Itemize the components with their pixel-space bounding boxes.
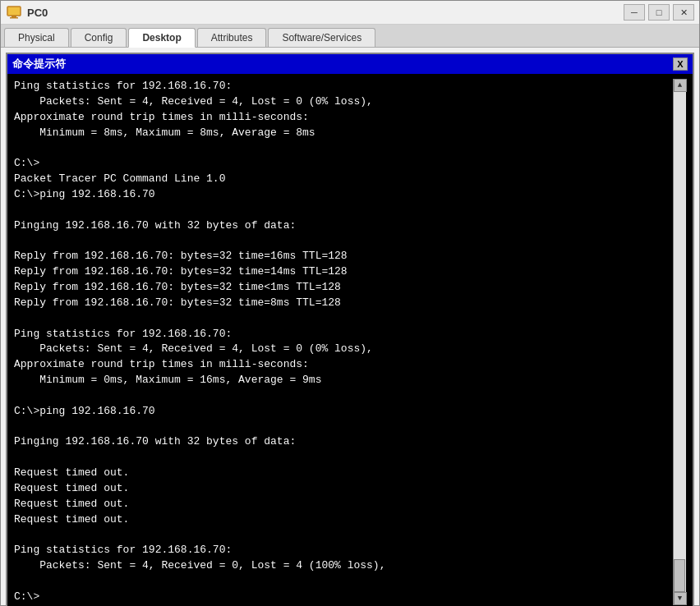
- window-controls: ─ □ ✕: [624, 4, 694, 21]
- scroll-thumb[interactable]: [674, 559, 685, 592]
- app-icon: [6, 4, 22, 21]
- tabs-bar: Physical Config Desktop Attributes Softw…: [1, 25, 699, 48]
- scroll-up-button[interactable]: ▲: [674, 79, 687, 92]
- window-close-button[interactable]: ✕: [673, 4, 694, 21]
- tab-physical[interactable]: Physical: [4, 28, 69, 47]
- scroll-down-button[interactable]: ▼: [674, 592, 687, 605]
- window-title: PC0: [27, 7, 624, 19]
- tab-attributes[interactable]: Attributes: [197, 28, 267, 47]
- cmd-window: 命令提示符 X Ping statistics for 192.168.16.7…: [6, 53, 694, 606]
- main-window: PC0 ─ □ ✕ Physical Config Desktop Attrib…: [0, 0, 700, 606]
- svg-rect-0: [7, 7, 21, 16]
- title-bar: PC0 ─ □ ✕: [1, 1, 699, 25]
- svg-rect-2: [10, 17, 18, 19]
- cmd-title-bar: 命令提示符 X: [7, 54, 693, 74]
- cmd-close-button[interactable]: X: [673, 57, 688, 71]
- tab-desktop[interactable]: Desktop: [128, 28, 195, 48]
- cmd-content: Ping statistics for 192.168.16.70: Packe…: [14, 79, 673, 605]
- cmd-scrollbar[interactable]: ▲ ▼: [673, 79, 686, 605]
- scroll-track[interactable]: [674, 92, 686, 592]
- maximize-button[interactable]: □: [648, 4, 670, 21]
- tab-software[interactable]: Software/Services: [268, 28, 375, 47]
- tab-config[interactable]: Config: [71, 28, 127, 47]
- cmd-title-text: 命令提示符: [12, 57, 66, 71]
- minimize-button[interactable]: ─: [624, 4, 645, 21]
- cmd-body[interactable]: Ping statistics for 192.168.16.70: Packe…: [7, 74, 693, 606]
- svg-rect-1: [12, 16, 16, 17]
